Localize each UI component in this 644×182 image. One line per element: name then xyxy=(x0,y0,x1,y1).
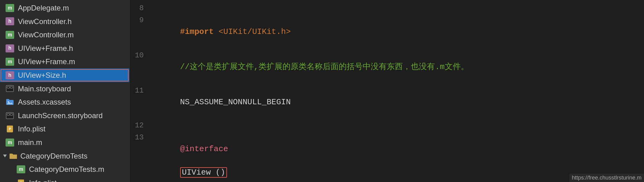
file-name-assets: Assets.xcassets xyxy=(18,97,71,107)
file-item-main-m[interactable]: m main.m xyxy=(0,136,129,149)
code-line-8: 8 xyxy=(130,2,644,14)
file-name-main-m: main.m xyxy=(18,137,42,148)
svg-rect-4 xyxy=(6,99,9,101)
file-name-uiview-frame-h: UIView+Frame.h xyxy=(18,43,73,54)
folder-icon-categorydemo-tests xyxy=(9,152,18,159)
line-number-9: 9 xyxy=(130,14,151,26)
file-icon-h: h xyxy=(5,16,15,26)
file-icon-storyboard xyxy=(5,84,15,93)
url-bar: https://free.chusstlrsturine.m xyxy=(569,174,644,182)
code-editor: 8 9 #import <UIKit/UIKit.h> 10 //这个是类扩展文… xyxy=(130,0,644,182)
file-item-assets[interactable]: Assets.xcassets xyxy=(0,95,129,109)
file-navigator: m AppDelegate.m h ViewController.h m Vie… xyxy=(0,0,130,182)
file-icon-m: m xyxy=(5,3,15,13)
line-content-10: //这个是类扩展文件,类扩展的原类名称后面的括号中没有东西，也没有.m文件。 xyxy=(151,49,644,85)
svg-text:P: P xyxy=(9,127,11,131)
file-item-uiview-frame-m[interactable]: m UIView+Frame.m xyxy=(0,55,129,68)
uiview-highlighted: UIView () xyxy=(180,167,227,178)
code-line-9: 9 #import <UIKit/UIKit.h> xyxy=(130,14,644,49)
import-string: <UIKit/UIKit.h> xyxy=(218,27,291,36)
at-interface-keyword: @interface xyxy=(180,144,228,154)
file-item-viewcontroller-h[interactable]: h ViewController.h xyxy=(0,15,129,28)
file-name-info-plist: Info.plist xyxy=(18,124,45,134)
code-line-11: 11 NS_ASSUME_NONNULL_BEGIN xyxy=(130,85,644,120)
file-name-uiview-size-h: UIView+Size.h xyxy=(18,70,66,81)
file-name-uiview-frame-m: UIView+Frame.m xyxy=(18,56,75,67)
line-content-11: NS_ASSUME_NONNULL_BEGIN xyxy=(151,85,644,120)
file-item-info-plist[interactable]: P Info.plist xyxy=(0,122,129,136)
line-number-8: 8 xyxy=(130,2,151,14)
comment-text: //这个是类扩展文件,类扩展的原类名称后面的括号中没有东西，也没有.m文件。 xyxy=(180,62,469,72)
url-text: https://free.chusstlrsturine.m xyxy=(572,175,642,181)
line-number-13: 13 xyxy=(130,132,151,143)
file-name-main-storyboard: Main.storyboard xyxy=(18,84,71,94)
folder-name-categorydemo-tests: CategoryDemoTests xyxy=(20,151,87,161)
line-number-12: 12 xyxy=(130,120,151,131)
file-icon-assets xyxy=(5,97,15,107)
file-icon-launchscreen xyxy=(5,111,15,121)
file-icon-categorydemo-plist: P xyxy=(16,178,26,182)
file-item-launchscreen[interactable]: LaunchScreen.storyboard xyxy=(0,109,129,122)
file-icon-categorydemo-m: m xyxy=(16,164,26,174)
code-line-10: 10 //这个是类扩展文件,类扩展的原类名称后面的括号中没有东西，也没有.m文件… xyxy=(130,49,644,85)
folder-item-categorydemo-tests[interactable]: CategoryDemoTests xyxy=(0,149,129,163)
line-content-9: #import <UIKit/UIKit.h> xyxy=(151,14,644,49)
file-icon-plist: P xyxy=(5,124,15,134)
file-name-categorydemo-tests-plist: Info.plist xyxy=(29,178,56,182)
file-icon-m2: m xyxy=(5,30,15,40)
file-item-main-storyboard[interactable]: Main.storyboard xyxy=(0,82,129,96)
code-line-12: 12 xyxy=(130,120,644,131)
file-icon-h2: h xyxy=(5,43,15,53)
line-number-11: 11 xyxy=(130,85,151,97)
folder-triangle-icon xyxy=(2,153,7,158)
file-item-categorydemo-tests-plist[interactable]: P Info.plist xyxy=(0,176,129,182)
file-item-categorydemo-tests-m[interactable]: m CategoryDemoTests.m xyxy=(0,163,129,176)
space xyxy=(180,156,185,165)
file-icon-main-m: m xyxy=(5,138,15,147)
file-name-categorydemo-tests-m: CategoryDemoTests.m xyxy=(29,164,104,175)
file-name-viewcontroller-m: ViewController.m xyxy=(18,30,74,40)
file-item-appdelegate[interactable]: m AppDelegate.m xyxy=(0,1,129,15)
file-icon-m3: m xyxy=(5,57,15,67)
code-line-13: 13 @interface UIView () xyxy=(130,131,644,182)
macro-begin: NS_ASSUME_NONNULL_BEGIN xyxy=(180,97,291,107)
file-name-viewcontroller-h: ViewController.h xyxy=(18,16,72,27)
file-icon-h3: h xyxy=(5,70,15,80)
line-number-10: 10 xyxy=(130,50,151,61)
file-item-uiview-size-h[interactable]: h UIView+Size.h xyxy=(0,68,129,82)
import-keyword: #import xyxy=(180,27,219,36)
file-item-uiview-frame-h[interactable]: h UIView+Frame.h xyxy=(0,42,129,55)
file-name-appdelegate: AppDelegate.m xyxy=(18,3,69,13)
file-item-viewcontroller-m[interactable]: m ViewController.m xyxy=(0,28,129,42)
file-name-launchscreen: LaunchScreen.storyboard xyxy=(18,110,103,121)
